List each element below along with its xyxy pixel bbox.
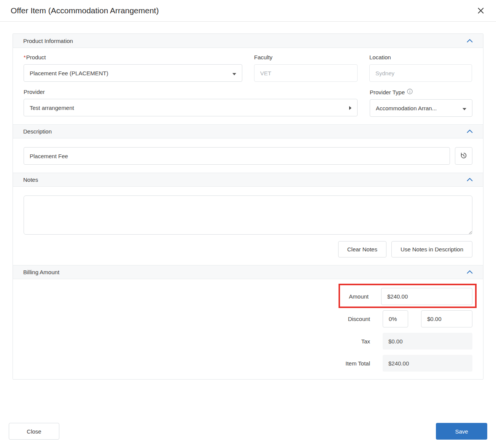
item-total-row: Item Total $240.00 <box>24 355 472 372</box>
save-button[interactable]: Save <box>436 423 487 440</box>
history-restore-icon <box>459 151 468 161</box>
discount-row: Discount <box>24 310 472 327</box>
provider-value: Test arrangement <box>30 105 74 111</box>
close-button[interactable]: Close <box>9 423 59 440</box>
tax-label: Tax <box>361 338 370 345</box>
section-title: Description <box>23 128 52 135</box>
use-notes-in-description-button[interactable]: Use Notes in Description <box>391 241 472 257</box>
faculty-field <box>254 64 358 82</box>
modal-header: Offer Item (Accommodation Arrangement) <box>0 0 496 22</box>
location-label: Location <box>369 54 472 60</box>
billing-content: Amount Discount Tax $0.00 Item Total $24… <box>13 279 483 379</box>
provider-type-field-group: Provider Type Accommodation Arran... <box>370 89 472 117</box>
item-total-value: $240.00 <box>383 355 472 372</box>
amount-label: Amount <box>349 293 369 300</box>
notes-textarea[interactable] <box>24 195 472 235</box>
tax-value: $0.00 <box>383 333 472 350</box>
amount-input[interactable] <box>381 288 472 305</box>
section-title: Notes <box>23 176 38 183</box>
faculty-label: Faculty <box>254 54 358 60</box>
location-field <box>369 64 472 82</box>
arrow-right-icon <box>349 105 351 111</box>
product-value: Placement Fee (PLACEMENT) <box>30 70 108 76</box>
offer-item-panel: Product Information *Product Placement F… <box>13 33 483 380</box>
modal-footer: Close Save <box>9 423 487 440</box>
section-header-billing-amount[interactable]: Billing Amount <box>13 265 483 279</box>
clear-notes-button[interactable]: Clear Notes <box>338 241 386 257</box>
location-field-group: Location <box>369 54 472 82</box>
provider-field-group: Provider Test arrangement <box>24 89 358 117</box>
section-billing-amount: Billing Amount Amount Discount Tax $0.00 <box>13 265 483 379</box>
section-header-notes[interactable]: Notes <box>13 173 483 187</box>
product-information-content: *Product Placement Fee (PLACEMENT) Facul… <box>13 48 483 124</box>
section-notes: Notes Clear Notes Use Notes in Descripti… <box>13 173 483 265</box>
modal-title: Offer Item (Accommodation Arrangement) <box>11 6 159 15</box>
caret-down-icon <box>463 105 466 111</box>
discount-label: Discount <box>348 316 370 322</box>
discount-amount-input[interactable] <box>421 310 472 327</box>
section-header-product-information[interactable]: Product Information <box>13 34 483 48</box>
section-product-information: Product Information *Product Placement F… <box>13 34 483 124</box>
required-marker: * <box>24 54 26 60</box>
provider-label: Provider <box>24 89 358 95</box>
section-description: Description <box>13 124 483 173</box>
close-icon[interactable] <box>475 5 486 16</box>
product-field-group: *Product Placement Fee (PLACEMENT) <box>24 54 242 82</box>
restore-description-button[interactable] <box>455 147 472 165</box>
caret-down-icon <box>232 70 236 76</box>
provider-type-value: Accommodation Arran... <box>376 105 437 111</box>
chevron-up-icon[interactable] <box>467 39 473 43</box>
faculty-field-group: Faculty <box>254 54 358 82</box>
section-title: Billing Amount <box>23 269 59 275</box>
item-total-label: Item Total <box>345 360 370 367</box>
section-header-description[interactable]: Description <box>13 124 483 138</box>
provider-type-label: Provider Type <box>370 89 472 95</box>
chevron-up-icon[interactable] <box>467 270 473 274</box>
notes-content: Clear Notes Use Notes in Description <box>13 187 483 265</box>
description-content <box>13 138 483 173</box>
description-input[interactable] <box>24 147 450 165</box>
section-title: Product Information <box>23 38 73 44</box>
discount-percent-input[interactable] <box>383 310 408 327</box>
chevron-up-icon[interactable] <box>467 130 473 133</box>
notes-button-row: Clear Notes Use Notes in Description <box>24 241 472 257</box>
chevron-up-icon[interactable] <box>467 178 473 181</box>
tax-row: Tax $0.00 <box>24 333 472 350</box>
product-dropdown[interactable]: Placement Fee (PLACEMENT) <box>24 64 242 82</box>
amount-row: Amount <box>24 288 472 305</box>
product-label: *Product <box>24 54 242 60</box>
provider-picker[interactable]: Test arrangement <box>24 99 358 116</box>
info-icon[interactable] <box>407 89 413 95</box>
provider-type-dropdown[interactable]: Accommodation Arran... <box>370 99 472 117</box>
